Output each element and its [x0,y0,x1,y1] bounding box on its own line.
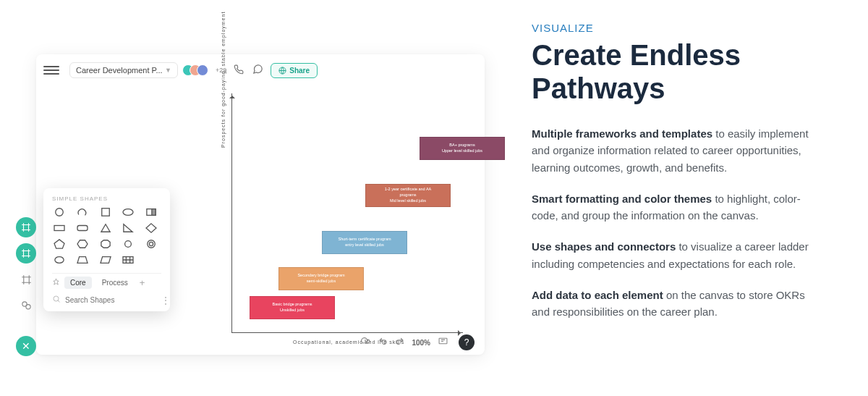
app-frame: Career Development P... ▼ +29 Share [36,54,485,355]
step-line: Unskilled jobs [250,308,334,313]
step-line: Basic bridge programs [250,302,334,308]
step-box-4[interactable]: 1-2 year certificate and AA programs Mid… [365,184,451,207]
share-button[interactable]: Share [271,63,318,78]
para-bold: Multiple frameworks and templates [532,127,712,140]
page-heading: Create Endless Pathways [532,38,825,105]
ring-icon[interactable] [144,238,158,250]
cloud-sync-icon[interactable] [359,337,371,349]
pentagon-icon[interactable] [52,238,67,250]
tab-process[interactable]: Process [96,277,134,289]
svg-point-4 [56,208,64,216]
ellipse-icon[interactable] [121,206,135,218]
table-icon[interactable] [121,254,135,266]
oval-icon[interactable] [52,254,67,266]
zoom-level[interactable]: 100% [412,339,430,347]
svg-point-12 [148,240,156,248]
step-box-1[interactable]: Basic bridge programs Unskilled jobs [250,296,335,319]
shape-search-row: ⋮ [52,295,161,306]
paragraph-4: Add data to each element on the canvas t… [532,287,825,321]
svg-point-6 [123,209,133,216]
undo-icon[interactable] [378,337,388,348]
bottom-bar: 100% ? [359,334,475,350]
more-options-icon[interactable]: ⋮ [161,295,171,306]
left-dock [16,217,36,316]
step-line: entry level skilled jobs [323,243,407,248]
marketing-copy: VISUALIZE Create Endless Pathways Multip… [506,0,868,396]
svg-rect-5 [101,208,109,216]
circle-icon[interactable] [52,206,67,218]
rectangle-icon[interactable] [52,222,67,234]
para-bold: Smart formatting and color themes [532,193,712,205]
step-line: Secondary bridge program [279,273,363,279]
frame-tool-3[interactable] [16,269,36,290]
search-icon [52,295,61,306]
help-button[interactable]: ? [459,334,475,350]
step-line: semi-skilled jobs [279,279,363,285]
step-line: BA+ programs [420,143,504,148]
step-line: 1-2 year certificate and AA [366,187,450,193]
y-axis [231,93,232,332]
pin-icon[interactable] [52,278,60,287]
phone-icon[interactable] [232,64,245,77]
arc-icon[interactable] [75,206,90,218]
parallelogram-icon[interactable] [98,254,113,266]
step-line: Upper level skilled jobs [420,148,504,154]
screenshot-column: Career Development P... ▼ +29 Share [0,0,506,396]
hexagon-icon[interactable] [75,238,90,250]
step-line: programs [366,193,450,198]
presentation-icon[interactable] [438,337,448,348]
para-bold: Use shapes and connectors [532,240,676,253]
octagon-icon[interactable] [98,238,113,250]
paragraph-3: Use shapes and connectors to visualize a… [532,238,825,272]
frame-tool-2[interactable] [16,243,36,264]
svg-point-11 [125,241,132,248]
step-line: Short-term certificate program [323,237,407,243]
svg-point-13 [150,242,153,245]
svg-point-3 [25,304,30,308]
shape-tabs-row: Core Process + [52,273,161,289]
step-box-5[interactable]: BA+ programs Upper level skilled jobs [420,137,505,160]
shapes-grid [52,206,161,266]
panel-icon[interactable] [144,206,158,218]
search-shapes-input[interactable] [65,296,157,304]
shapes-panel: SIMPLE SHAPES [43,188,170,311]
globe-icon [278,67,286,75]
x-axis [231,332,463,333]
svg-rect-9 [54,226,64,231]
tab-core[interactable]: Core [64,277,92,289]
empty-slot [144,254,158,266]
paragraph-2: Smart formatting and color themes to hig… [532,190,825,224]
shapes-heading: SIMPLE SHAPES [52,195,161,202]
paragraph-1: Multiple frameworks and templates to eas… [532,125,825,176]
shapes-tool[interactable] [16,295,36,316]
circle-small-icon[interactable] [121,238,135,250]
chevron-down-icon: ▼ [165,67,171,74]
svg-rect-1 [439,338,447,344]
close-dock-button[interactable]: ✕ [16,336,36,356]
menu-icon[interactable] [43,62,59,78]
svg-rect-10 [77,226,88,231]
collaborator-avatars[interactable] [187,64,208,76]
step-box-2[interactable]: Secondary bridge program semi-skilled jo… [278,267,364,290]
svg-point-16 [54,296,59,301]
step-line: Mid level skilled jobs [366,198,450,204]
eyebrow-label: VISUALIZE [532,22,825,34]
frame-tool-active[interactable] [16,217,36,237]
redo-icon[interactable] [395,337,404,348]
comment-icon[interactable] [251,64,265,77]
y-axis-label: Prospects for good-paying, stable employ… [221,12,226,148]
triangle-icon[interactable] [98,222,113,234]
diamond-icon[interactable] [144,222,158,234]
right-triangle-icon[interactable] [121,222,135,234]
square-icon[interactable] [98,206,113,218]
rounded-rect-icon[interactable] [75,222,90,234]
step-box-3[interactable]: Short-term certificate program entry lev… [322,231,407,254]
svg-point-14 [55,257,64,264]
share-label: Share [289,67,310,75]
trapezoid-icon[interactable] [75,254,90,266]
topbar: Career Development P... ▼ +29 Share [36,54,485,86]
avatar [197,64,208,76]
add-tab-button[interactable]: + [140,277,145,288]
document-title-dropdown[interactable]: Career Development P... ▼ [69,62,178,78]
para-bold: Add data to each element [532,289,663,301]
